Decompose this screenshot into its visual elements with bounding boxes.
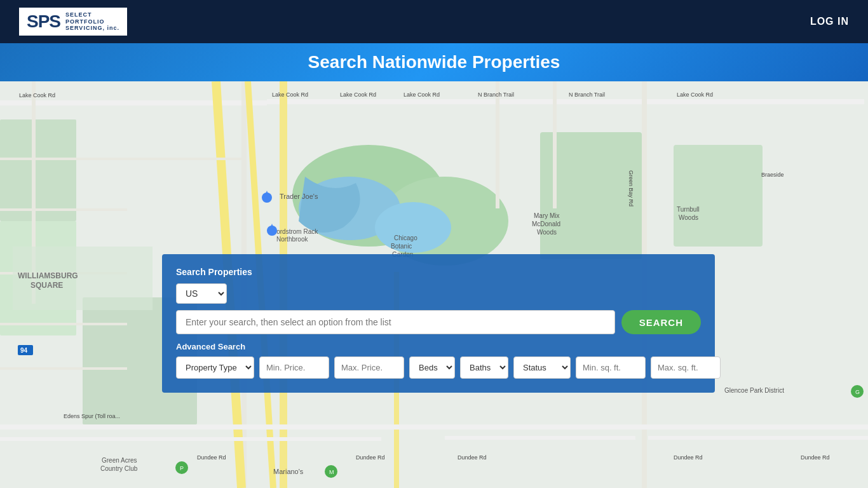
svg-text:McDonald: McDonald <box>532 220 560 227</box>
svg-text:G: G <box>855 389 860 395</box>
svg-rect-25 <box>0 437 381 441</box>
svg-text:Botanic: Botanic <box>391 243 412 250</box>
svg-rect-21 <box>496 81 499 208</box>
search-button[interactable]: SEARCH <box>621 310 701 334</box>
svg-point-9 <box>375 202 451 253</box>
svg-text:Chicago: Chicago <box>394 234 417 241</box>
svg-text:Lake Cook Rd: Lake Cook Rd <box>403 92 440 98</box>
status-select[interactable]: Status Active Pending Sold <box>513 356 571 379</box>
svg-rect-29 <box>0 208 127 211</box>
search-panel: Search Properties US CA SEARCH Advanced … <box>162 254 715 393</box>
search-row: SEARCH <box>176 310 701 334</box>
max-price-input[interactable] <box>334 356 404 379</box>
banner: Search Nationwide Properties <box>0 43 868 81</box>
svg-text:Trader Joe's: Trader Joe's <box>280 193 318 200</box>
svg-rect-6 <box>674 145 763 247</box>
header: SPS SELECT PORTFOLIO SERVICING, inc. LOG… <box>0 0 868 43</box>
svg-text:Braeside: Braeside <box>761 172 784 178</box>
logo-line2: PORTFOLIO <box>65 18 119 25</box>
svg-rect-26 <box>445 436 635 440</box>
svg-text:Woods: Woods <box>537 229 557 236</box>
svg-text:Nordstrom Rack: Nordstrom Rack <box>272 228 318 235</box>
max-sqft-input[interactable] <box>651 356 721 379</box>
logo-letters: SPS <box>27 11 60 32</box>
property-type-select[interactable]: Property Type <box>176 356 254 379</box>
svg-text:Lake Cook Rd: Lake Cook Rd <box>340 92 376 98</box>
svg-text:N Branch Trail: N Branch Trail <box>478 92 514 98</box>
svg-text:WILLIAMSBURG: WILLIAMSBURG <box>18 271 78 280</box>
svg-text:Country Club: Country Club <box>100 465 138 472</box>
svg-text:Lake Cook Rd: Lake Cook Rd <box>677 92 713 98</box>
svg-rect-31 <box>0 323 127 325</box>
svg-rect-32 <box>0 367 127 370</box>
country-select[interactable]: US CA <box>176 283 227 304</box>
svg-text:Glencoe Park District: Glencoe Park District <box>724 387 784 394</box>
svg-text:Dundee Rd: Dundee Rd <box>458 454 487 461</box>
search-input[interactable] <box>176 310 615 334</box>
page-title: Search Nationwide Properties <box>308 52 560 72</box>
svg-rect-28 <box>0 158 241 160</box>
svg-text:Northbrook: Northbrook <box>276 236 308 243</box>
logo-text: SELECT PORTFOLIO SERVICING, inc. <box>65 11 119 32</box>
svg-text:N Branch Trail: N Branch Trail <box>569 92 605 98</box>
svg-text:Mariano's: Mariano's <box>273 468 304 475</box>
svg-text:Dundee Rd: Dundee Rd <box>356 454 385 461</box>
svg-rect-24 <box>0 424 868 430</box>
svg-text:Lake Cook Rd: Lake Cook Rd <box>19 92 55 98</box>
svg-text:Lake Cook Rd: Lake Cook Rd <box>272 92 308 98</box>
advanced-search-label: Advanced Search <box>176 342 701 351</box>
beds-select[interactable]: Beds 1+ 2+ 3+ 4+ <box>409 356 455 379</box>
svg-text:SQUARE: SQUARE <box>31 281 63 290</box>
svg-rect-1 <box>0 119 76 221</box>
advanced-search-row: Property Type Beds 1+ 2+ 3+ 4+ Baths 1+ … <box>176 356 701 379</box>
svg-text:Green Bay Rd: Green Bay Rd <box>628 170 634 207</box>
logo-container: SPS SELECT PORTFOLIO SERVICING, inc. <box>19 8 127 36</box>
svg-text:Mary Mix: Mary Mix <box>534 212 560 219</box>
svg-text:Dundee Rd: Dundee Rd <box>801 454 830 461</box>
svg-text:Green Acres: Green Acres <box>102 457 137 464</box>
svg-text:M: M <box>329 469 334 475</box>
min-sqft-input[interactable] <box>576 356 646 379</box>
logo-line1: SELECT <box>65 11 119 18</box>
svg-rect-27 <box>648 436 868 440</box>
min-price-input[interactable] <box>259 356 329 379</box>
svg-rect-16 <box>674 99 864 104</box>
login-button[interactable]: LOG IN <box>810 16 849 27</box>
svg-text:Dundee Rd: Dundee Rd <box>197 454 226 461</box>
svg-text:Woods: Woods <box>679 214 698 221</box>
svg-rect-22 <box>553 81 557 208</box>
svg-text:Edens Spur (Toll roa...: Edens Spur (Toll roa... <box>64 413 120 419</box>
search-panel-title: Search Properties <box>176 267 701 277</box>
svg-rect-10 <box>0 100 267 105</box>
svg-text:Turnbull: Turnbull <box>677 206 700 213</box>
baths-select[interactable]: Baths 1+ 2+ 3+ <box>460 356 508 379</box>
country-row: US CA <box>176 283 701 304</box>
svg-text:94: 94 <box>20 347 28 354</box>
svg-text:Dundee Rd: Dundee Rd <box>674 454 703 461</box>
logo-line3: SERVICING, inc. <box>65 25 119 32</box>
svg-text:P: P <box>180 465 184 471</box>
